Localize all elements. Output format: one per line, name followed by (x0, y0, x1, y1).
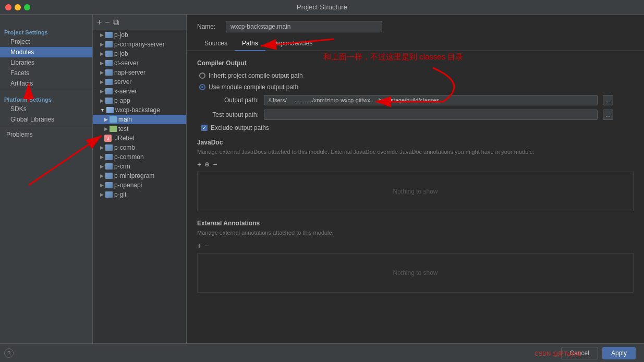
close-button[interactable] (5, 4, 11, 10)
radio-inherit-row: Inherit project compile output path (197, 72, 634, 79)
exclude-checkbox[interactable]: ✓ (201, 125, 208, 131)
javadoc-add-button[interactable]: + (197, 160, 201, 168)
tree-item-wxcp-backstage[interactable]: ▼ wxcp-backstage (93, 105, 186, 115)
ext-ann-add-button[interactable]: + (197, 242, 201, 250)
chevron-icon: ▶ (100, 89, 104, 94)
sidebar-item-facets[interactable]: Facets (0, 68, 92, 78)
chevron-icon: ▶ (100, 98, 104, 103)
copy-module-button[interactable]: ⧉ (113, 18, 119, 27)
sidebar-item-libraries[interactable]: Libraries (0, 57, 92, 68)
chevron-icon: ▶ (100, 145, 104, 150)
tree-item-napi-server[interactable]: ▶ napi-server (93, 68, 186, 77)
sidebar-item-project[interactable]: Project (0, 37, 92, 47)
apply-button[interactable]: Apply (602, 347, 636, 359)
tree-item-label: p-common (114, 153, 144, 161)
chevron-icon: ▶ (100, 51, 104, 56)
output-path-label: Output path: (201, 96, 259, 104)
platform-settings-header: Platform Settings (0, 93, 92, 104)
module-icon (105, 182, 113, 188)
module-icon (105, 173, 113, 179)
tree-item-p-comb[interactable]: ▶ p-comb (93, 143, 186, 152)
tree-item-label: p-miniprogram (114, 172, 154, 179)
tree-item-label: ct-server (114, 59, 139, 67)
test-output-path-input[interactable] (264, 110, 598, 120)
compiler-output-title: Compiler Output (197, 59, 634, 67)
help-button[interactable]: ? (4, 348, 14, 358)
radio-inherit[interactable] (199, 73, 205, 79)
module-icon (110, 116, 117, 123)
tree-item-test[interactable]: ▶ test (93, 124, 186, 134)
javadoc-section: JavaDoc Manage external JavaDocs attache… (197, 139, 634, 211)
test-output-path-browse-button[interactable]: … (603, 110, 613, 120)
tree-item-p-crm[interactable]: ▶ p-crm (93, 162, 186, 171)
tree-item-label: main (118, 116, 132, 123)
name-input[interactable] (226, 21, 382, 32)
tree-item-job2[interactable]: ▶ p-job (93, 49, 186, 58)
external-annotations-section: External Annotations Manage external ann… (197, 220, 634, 292)
radio-use-row: Use module compile output path (197, 83, 634, 91)
remove-module-button[interactable]: − (105, 18, 110, 27)
tree-item-ct-server[interactable]: ▶ ct-server (93, 58, 186, 68)
tree-item-label: p-job (114, 50, 128, 57)
help-area: ? (4, 348, 14, 358)
tree-item-label: wxcp-backstage (115, 106, 160, 114)
paths-content: Compiler Output Inherit project compile … (187, 51, 644, 343)
chevron-icon: ▶ (100, 173, 104, 178)
tree-item-label: server (114, 78, 131, 86)
artifacts-label: Artifacts (10, 80, 33, 87)
module-icon (110, 126, 117, 132)
chevron-icon: ▶ (100, 183, 104, 188)
exclude-checkbox-label: Exclude output paths (211, 124, 269, 131)
tree-item-label: JRebel (115, 135, 134, 142)
sidebar-item-sdks[interactable]: SDKs (0, 104, 92, 114)
sdks-label: SDKs (10, 105, 27, 113)
module-icon (105, 69, 113, 76)
tab-paths[interactable]: Paths (235, 37, 265, 51)
tab-sources[interactable]: Sources (197, 37, 235, 51)
module-icon (105, 98, 113, 104)
javadoc-remove-button[interactable]: − (213, 160, 217, 168)
output-path-browse-button[interactable]: … (603, 95, 613, 105)
sidebar-item-artifacts[interactable]: Artifacts (0, 78, 92, 89)
tabs-bar: Sources Paths Dependencies (187, 37, 644, 51)
radio-use[interactable] (199, 84, 205, 90)
ext-ann-empty-state: Nothing to show (197, 253, 634, 293)
output-path-input[interactable] (264, 95, 598, 105)
tree-item-server[interactable]: ▶ server (93, 77, 186, 87)
sidebar-item-modules[interactable]: Modules (0, 47, 92, 57)
chevron-icon: ▶ (100, 32, 104, 38)
javadoc-add-from-button[interactable]: ⊕ (204, 161, 210, 168)
module-icon (105, 32, 113, 38)
tree-item-job[interactable]: ▶ p-job (93, 30, 186, 40)
module-tree-panel: + − ⧉ ▶ p-job ▶ p-company-server ▶ (93, 15, 187, 343)
maximize-button[interactable] (24, 4, 30, 10)
tree-item-p-git[interactable]: ▶ p-git (93, 190, 186, 199)
project-label: Project (10, 38, 30, 45)
output-path-row: Output path: … (197, 95, 634, 105)
tree-item-p-common[interactable]: ▶ p-common (93, 152, 186, 162)
tree-item-jrebel[interactable]: J JRebel (93, 134, 186, 143)
sidebar-item-global-libraries[interactable]: Global Libraries (0, 114, 92, 125)
libraries-label: Libraries (10, 59, 34, 66)
sidebar-item-problems[interactable]: Problems (0, 129, 92, 140)
name-label: Name: (197, 23, 221, 30)
module-icon (105, 79, 113, 85)
tree-item-company-server[interactable]: ▶ p-company-server (93, 40, 186, 49)
tree-item-app[interactable]: ▶ p-app (93, 96, 186, 105)
ext-ann-remove-button[interactable]: − (204, 242, 209, 250)
sidebar: Project Settings Project Modules Librari… (0, 15, 93, 343)
tree-item-main[interactable]: ▶ main (93, 115, 186, 124)
chevron-icon: ▶ (104, 117, 108, 122)
tab-dependencies[interactable]: Dependencies (265, 37, 320, 51)
minimize-button[interactable] (15, 4, 21, 10)
tree-item-x-server[interactable]: ▶ x-server (93, 87, 186, 96)
main-content: Name: Sources Paths Dependencies Compile… (187, 15, 644, 343)
project-settings-header: Project Settings (0, 26, 92, 37)
tree-item-label: p-openapi (114, 182, 142, 189)
external-annotations-toolbar: + − (197, 242, 634, 250)
external-annotations-desc: Manage external annotations attached to … (197, 229, 634, 237)
add-module-button[interactable]: + (97, 18, 102, 27)
tree-item-p-openapi[interactable]: ▶ p-openapi (93, 180, 186, 190)
tree-item-p-miniprogram[interactable]: ▶ p-miniprogram (93, 171, 186, 180)
javadoc-desc: Manage external JavaDocs attached to thi… (197, 148, 634, 156)
